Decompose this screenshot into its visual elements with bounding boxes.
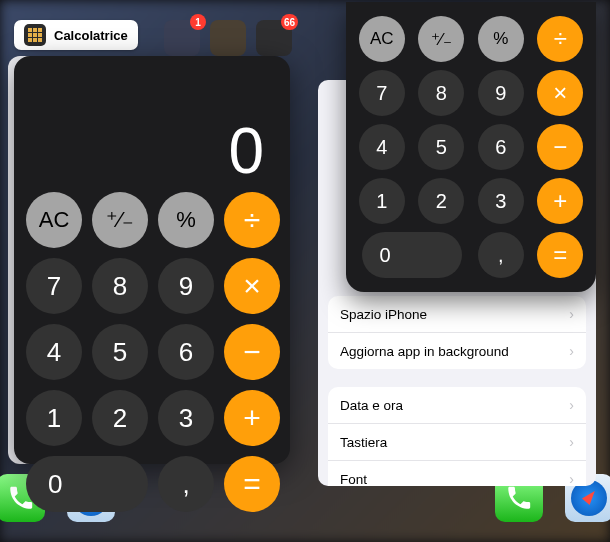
key-equals[interactable]: =	[224, 456, 280, 512]
home-icons-peek: 1 66	[164, 20, 292, 56]
settings-row-datetime[interactable]: Data e ora ›	[328, 387, 586, 424]
settings-row-background-refresh[interactable]: Aggiorna app in background ›	[328, 333, 586, 369]
key-equals[interactable]: =	[537, 232, 583, 278]
key-8[interactable]: 8	[418, 70, 464, 116]
key-add[interactable]: +	[224, 390, 280, 446]
key-decimal[interactable]: ,	[158, 456, 214, 512]
chevron-right-icon: ›	[569, 471, 574, 486]
row-label: Data e ora	[340, 398, 403, 413]
chevron-right-icon: ›	[569, 306, 574, 322]
calculator-keypad: AC ⁺⁄₋ % ÷ 7 8 9 × 4 5 6 − 1 2 3 + 0 , =	[356, 16, 586, 278]
key-9[interactable]: 9	[478, 70, 524, 116]
key-multiply[interactable]: ×	[537, 70, 583, 116]
key-4[interactable]: 4	[359, 124, 405, 170]
key-8[interactable]: 8	[92, 258, 148, 314]
key-5[interactable]: 5	[92, 324, 148, 380]
key-1[interactable]: 1	[26, 390, 82, 446]
badge: 1	[190, 14, 206, 30]
chevron-right-icon: ›	[569, 343, 574, 359]
row-label: Tastiera	[340, 435, 387, 450]
home-app-icon[interactable]	[210, 20, 246, 56]
calculator-icon	[24, 24, 46, 46]
key-percent[interactable]: %	[158, 192, 214, 248]
key-2[interactable]: 2	[418, 178, 464, 224]
key-2[interactable]: 2	[92, 390, 148, 446]
key-divide[interactable]: ÷	[537, 16, 583, 62]
home-folder-icon[interactable]: 66	[256, 20, 292, 56]
row-label: Spazio iPhone	[340, 307, 427, 322]
key-ac[interactable]: AC	[26, 192, 82, 248]
key-subtract[interactable]: −	[537, 124, 583, 170]
settings-row-keyboard[interactable]: Tastiera ›	[328, 424, 586, 461]
settings-group: Data e ora › Tastiera › Font › Lingua e …	[328, 387, 586, 486]
key-3[interactable]: 3	[158, 390, 214, 446]
key-add[interactable]: +	[537, 178, 583, 224]
key-3[interactable]: 3	[478, 178, 524, 224]
key-decimal[interactable]: ,	[478, 232, 524, 278]
settings-row-font[interactable]: Font ›	[328, 461, 586, 486]
key-multiply[interactable]: ×	[224, 258, 280, 314]
calculator-keypad: AC ⁺⁄₋ % ÷ 7 8 9 × 4 5 6 − 1 2 3 + 0 , =	[26, 192, 278, 512]
key-5[interactable]: 5	[418, 124, 464, 170]
chevron-right-icon: ›	[569, 434, 574, 450]
calculator-card[interactable]: 0 AC ⁺⁄₋ % ÷ 7 8 9 × 4 5 6 − 1 2 3 + 0 ,…	[14, 56, 290, 464]
row-label: Aggiorna app in background	[340, 344, 509, 359]
key-divide[interactable]: ÷	[224, 192, 280, 248]
app-switcher-pill[interactable]: Calcolatrice	[14, 20, 138, 50]
key-plusminus[interactable]: ⁺⁄₋	[418, 16, 464, 62]
badge: 66	[281, 14, 298, 30]
key-6[interactable]: 6	[158, 324, 214, 380]
phone-right: Spazio iPhone › Aggiorna app in backgrou…	[318, 0, 596, 490]
key-0[interactable]: 0	[26, 456, 148, 512]
key-9[interactable]: 9	[158, 258, 214, 314]
calculator-display: 0	[26, 70, 278, 188]
home-app-icon[interactable]: 1	[164, 20, 200, 56]
settings-group: Spazio iPhone › Aggiorna app in backgrou…	[328, 296, 586, 369]
key-6[interactable]: 6	[478, 124, 524, 170]
settings-row-storage[interactable]: Spazio iPhone ›	[328, 296, 586, 333]
chevron-right-icon: ›	[569, 397, 574, 413]
key-subtract[interactable]: −	[224, 324, 280, 380]
calculator-slideover[interactable]: AC ⁺⁄₋ % ÷ 7 8 9 × 4 5 6 − 1 2 3 + 0 , =	[346, 2, 596, 292]
key-plusminus[interactable]: ⁺⁄₋	[92, 192, 148, 248]
key-0[interactable]: 0	[362, 232, 462, 278]
key-7[interactable]: 7	[26, 258, 82, 314]
app-switcher-label: Calcolatrice	[54, 28, 128, 43]
row-label: Font	[340, 472, 367, 487]
key-percent[interactable]: %	[478, 16, 524, 62]
key-4[interactable]: 4	[26, 324, 82, 380]
phone-left: 1 66 Calcolatrice ‹ I 0 AC ⁺⁄₋ % ÷ 7 8 9…	[14, 20, 290, 464]
key-7[interactable]: 7	[359, 70, 405, 116]
key-1[interactable]: 1	[359, 178, 405, 224]
key-ac[interactable]: AC	[359, 16, 405, 62]
